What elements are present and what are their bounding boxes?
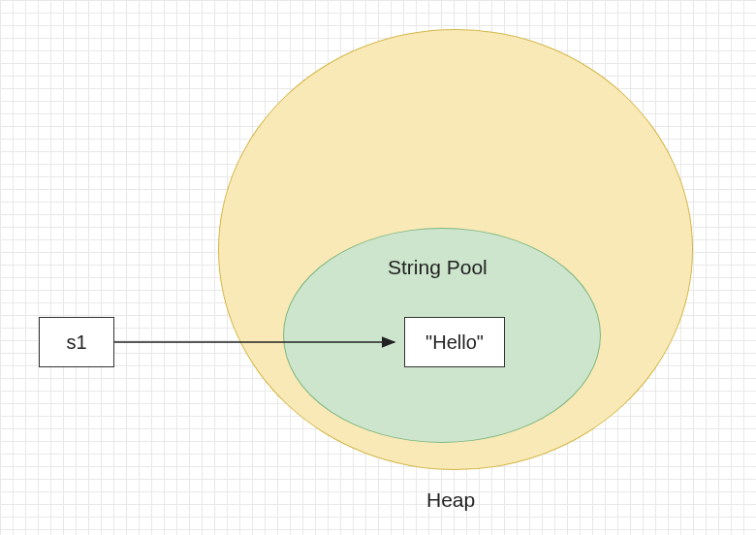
string-value: "Hello" xyxy=(425,331,484,354)
heap-label: Heap xyxy=(426,488,475,512)
string-value-box: "Hello" xyxy=(404,317,505,367)
variable-box-s1: s1 xyxy=(39,317,114,367)
string-pool-label: String Pool xyxy=(388,256,488,279)
variable-name: s1 xyxy=(66,331,86,354)
